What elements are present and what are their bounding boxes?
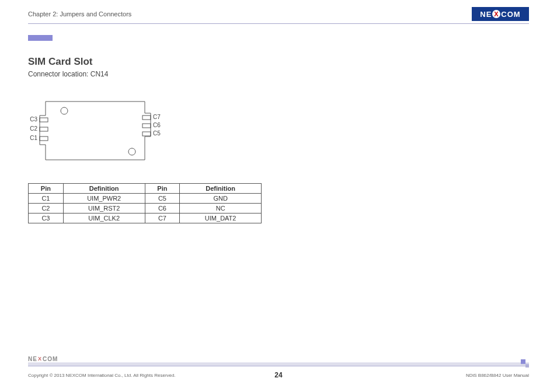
th-pin-b: Pin (145, 184, 180, 194)
footer-corner-icon (521, 359, 529, 368)
cell-def: UIM_DAT2 (180, 214, 262, 223)
th-def-a: Definition (63, 184, 145, 194)
svg-rect-5 (142, 116, 151, 120)
pin-label-c2: C2 (26, 125, 37, 132)
brand-pre: NE (480, 10, 492, 19)
th-def-b: Definition (180, 184, 262, 194)
cell-pin: C2 (29, 204, 64, 214)
svg-point-1 (128, 148, 135, 155)
pin-label-c7: C7 (153, 114, 165, 120)
manual-name: NDiS B862/B842 User Manual (466, 373, 529, 378)
cell-def: UIM_CLK2 (63, 214, 145, 223)
pin-label-c5: C5 (153, 130, 165, 136)
brand-logo: NE X COM (472, 7, 529, 21)
svg-rect-2 (40, 118, 48, 122)
cell-def: GND (180, 194, 262, 204)
table-row: C2 UIM_RST2 C6 NC (29, 204, 262, 214)
cell-pin: C6 (145, 204, 180, 214)
footer-brand-pre: NE (28, 356, 37, 362)
footer-divider (28, 363, 529, 366)
cell-def: UIM_PWR2 (63, 194, 145, 204)
pin-definition-table: Pin Definition Pin Definition C1 UIM_PWR… (28, 183, 262, 223)
copyright-text: Copyright © 2013 NEXCOM International Co… (28, 373, 176, 378)
page-number: 24 (274, 371, 282, 379)
cell-pin: C1 (29, 194, 64, 204)
connector-location: Connector location: CN14 (28, 70, 273, 78)
table-row: C1 UIM_PWR2 C5 GND (29, 194, 262, 204)
svg-point-0 (61, 107, 68, 114)
cell-def: UIM_RST2 (63, 204, 145, 214)
th-pin-a: Pin (29, 184, 64, 194)
cell-pin: C5 (145, 194, 180, 204)
svg-rect-6 (142, 124, 151, 128)
pin-label-c3: C3 (26, 116, 37, 123)
header-divider (28, 23, 529, 24)
svg-rect-7 (142, 132, 151, 136)
sim-slot-svg (28, 96, 168, 166)
svg-rect-3 (40, 127, 48, 131)
section-accent (28, 35, 53, 41)
cell-def: NC (180, 204, 262, 214)
brand-x-icon: X (492, 10, 500, 18)
footer-brand-x-icon: X (38, 356, 42, 362)
chapter-label: Chapter 2: Jumpers and Connectors (28, 10, 529, 18)
cell-pin: C7 (145, 214, 180, 223)
brand-post: COM (501, 10, 520, 19)
pin-label-c1: C1 (26, 135, 37, 141)
footer-brand-logo: NE X COM (28, 355, 65, 363)
footer-brand-post: COM (43, 356, 58, 362)
cell-pin: C3 (29, 214, 64, 223)
svg-rect-4 (40, 136, 48, 141)
sim-slot-diagram: C3 C2 C1 C7 C6 C5 (28, 96, 168, 166)
pin-label-c6: C6 (153, 122, 165, 128)
section-title: SIM Card Slot (28, 56, 273, 68)
table-row: C3 UIM_CLK2 C7 UIM_DAT2 (29, 214, 262, 223)
